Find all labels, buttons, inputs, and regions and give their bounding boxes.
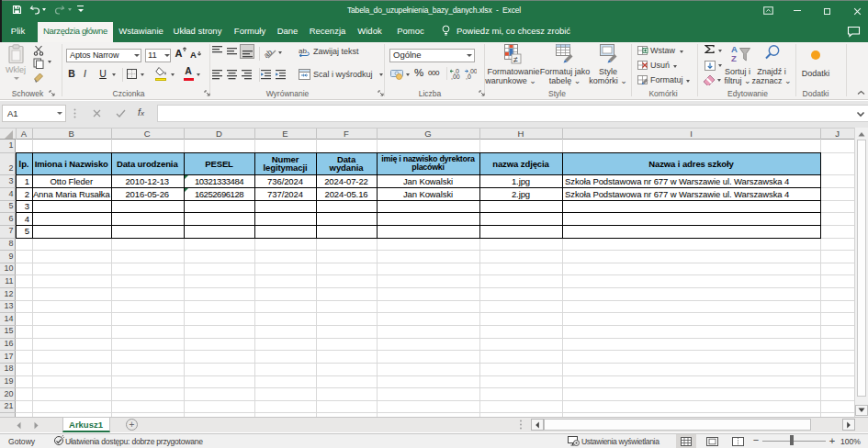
svg-text:ab: ab xyxy=(299,47,307,55)
svg-text:,0: ,0 xyxy=(454,68,459,74)
svg-text:≠: ≠ xyxy=(513,55,518,64)
svg-text:,00: ,00 xyxy=(451,73,460,80)
svg-text:Z: Z xyxy=(731,53,737,63)
